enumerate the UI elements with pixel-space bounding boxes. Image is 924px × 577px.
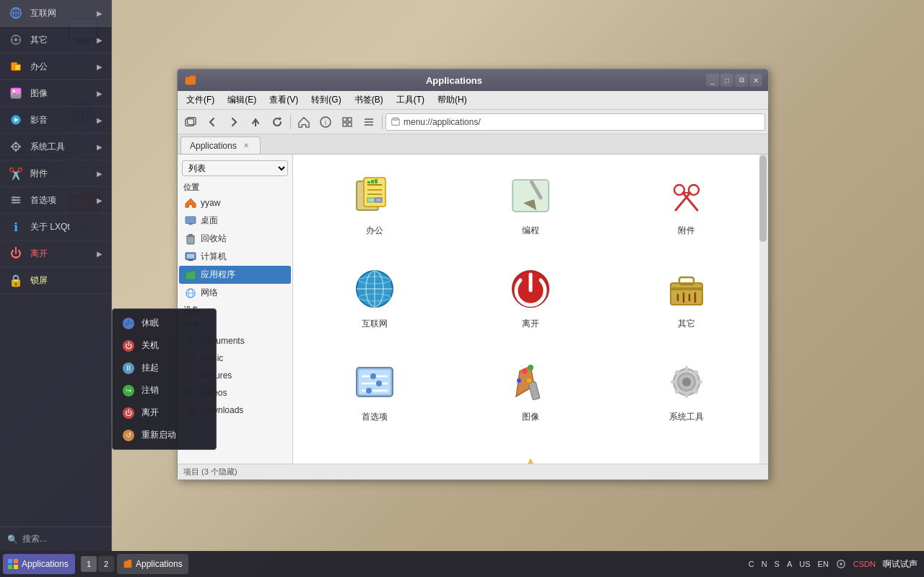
systemtools-panel-icon <box>9 139 23 154</box>
app-item-screenshot[interactable] <box>612 441 761 464</box>
sidebar-computer[interactable]: 计算机 <box>179 248 291 266</box>
minimize-button[interactable]: _ <box>706 74 719 87</box>
restore-button[interactable]: ⧉ <box>735 74 748 87</box>
panel-item-about[interactable]: ℹ 关于 LXQt <box>0 214 111 240</box>
power-restart[interactable]: ↺ 重新启动 <box>113 424 216 446</box>
app-item-office[interactable]: 办公 <box>300 162 449 248</box>
app-item-warning[interactable]: ! <box>456 441 605 464</box>
address-bar[interactable]: menu://applications/ <box>385 113 765 131</box>
sidebar-network[interactable]: 网络 <box>179 284 291 302</box>
svg-rect-61 <box>188 259 193 261</box>
panel-item-systemtools[interactable]: 系统工具 ▶ <box>0 134 111 160</box>
info-button[interactable]: i <box>315 113 336 131</box>
home-button[interactable] <box>294 113 314 131</box>
applications-tab[interactable]: Applications ✕ <box>180 136 261 154</box>
sidebar-yyaw[interactable]: yyaw <box>179 194 291 212</box>
svg-rect-152 <box>8 559 12 563</box>
apps-menu-button[interactable]: Applications <box>3 554 75 574</box>
panel-item-office[interactable]: 办公 ▶ <box>0 53 111 80</box>
svg-rect-29 <box>15 142 17 144</box>
power-suspend[interactable]: ⏸ 挂起 <box>113 357 216 379</box>
workspace-buttons: 1 2 <box>78 556 117 572</box>
svg-rect-58 <box>188 234 193 236</box>
workspace-1[interactable]: 1 <box>81 556 97 572</box>
tray-c[interactable]: C <box>746 558 757 570</box>
app-item-systemtools[interactable]: 系统工具 <box>612 348 761 434</box>
close-button[interactable]: ✕ <box>749 74 762 87</box>
app-item-graphics[interactable]: 图像 <box>456 348 605 434</box>
location-section-title: 位置 <box>178 179 292 194</box>
logout2-icon: ↪ <box>123 385 134 396</box>
app-item-accessories[interactable]: 附件 <box>612 162 761 248</box>
svg-point-124 <box>527 378 531 383</box>
menu-edit[interactable]: 编辑(E) <box>222 92 262 108</box>
restart-label: 重新启动 <box>141 429 176 441</box>
power-leave[interactable]: ⏻ 离开 <box>113 402 216 424</box>
svg-rect-48 <box>348 123 352 126</box>
menu-tools[interactable]: 工具(T) <box>391 92 430 108</box>
menu-bookmarks[interactable]: 书签(B) <box>349 92 389 108</box>
menu-file[interactable]: 文件(F) <box>180 92 220 108</box>
new-window-button[interactable] <box>180 113 201 131</box>
tray-n[interactable]: N <box>759 558 770 570</box>
office-panel-icon <box>9 59 23 74</box>
back-button[interactable] <box>202 113 222 131</box>
tray-csdn[interactable]: CSDN <box>851 558 878 570</box>
app-item-preferences[interactable]: 首选项 <box>300 348 449 434</box>
desktop-label: 桌面 <box>201 214 218 227</box>
tray-network[interactable] <box>834 558 848 571</box>
graphics-label: 图像 <box>522 411 539 423</box>
svg-rect-155 <box>14 565 18 569</box>
svg-marker-42 <box>279 117 282 121</box>
app-item-film[interactable] <box>300 441 449 464</box>
view-mode-select[interactable]: 列表 图标 紧凑 <box>182 160 288 176</box>
tray-a[interactable]: A <box>785 558 794 570</box>
grid-view-button[interactable] <box>337 113 357 131</box>
power-leave-icon: ⏻ <box>123 407 134 419</box>
tab-close-button[interactable]: ✕ <box>241 141 251 151</box>
sidebar-desktop[interactable]: 桌面 <box>179 212 291 230</box>
svg-point-157 <box>840 563 842 565</box>
panel-item-media[interactable]: 影音 ▶ <box>0 107 111 134</box>
app-item-programming[interactable]: 编程 <box>456 162 605 248</box>
panel-item-accessories[interactable]: ✂️ 附件 ▶ <box>0 160 111 187</box>
workspace-2[interactable]: 2 <box>98 556 114 572</box>
tray-lang[interactable]: US <box>797 558 812 570</box>
taskbar-left: Applications <box>0 554 78 574</box>
refresh-button[interactable] <box>267 113 287 131</box>
scrollbar-thumb[interactable] <box>759 155 767 242</box>
tray-s[interactable]: S <box>772 558 782 570</box>
tray-clock[interactable]: 啊试试声 <box>881 557 920 572</box>
forward-button[interactable] <box>224 113 244 131</box>
panel-item-leave[interactable]: ⏻ 离开 ▶ <box>0 240 111 267</box>
sidebar-recycle[interactable]: 回收站 <box>179 230 291 248</box>
maximize-button[interactable]: □ <box>720 74 733 87</box>
app-item-other[interactable]: 其它 <box>612 255 761 341</box>
menu-go[interactable]: 转到(G) <box>305 92 346 108</box>
panel-item-preferences[interactable]: 首选项 ▶ <box>0 187 111 214</box>
apps-sidebar-label: 应用程序 <box>201 269 235 281</box>
list-view-button[interactable] <box>359 113 379 131</box>
tray-en[interactable]: EN <box>816 558 831 570</box>
taskbar-window-applications[interactable]: Applications <box>117 554 188 574</box>
suspend-label: 挂起 <box>141 362 159 374</box>
menu-view[interactable]: 查看(V) <box>263 92 304 108</box>
app-item-internet[interactable]: 互联网 <box>300 255 449 341</box>
sidebar-apps[interactable]: 应用程序 <box>179 266 291 284</box>
panel-item-lock[interactable]: 🔒 锁屏 <box>0 267 111 294</box>
power-sleep[interactable]: 💤 休眠 <box>113 312 216 334</box>
app-item-logout[interactable]: 离开 <box>456 255 605 341</box>
menubar: 文件(F) 编辑(E) 查看(V) 转到(G) 书签(B) 工具(T) 帮助(H… <box>178 91 768 110</box>
svg-point-37 <box>17 199 19 201</box>
menu-help[interactable]: 帮助(H) <box>432 92 473 108</box>
panel-search[interactable]: 🔍 搜索... <box>0 526 111 551</box>
panel-item-graphics[interactable]: 图像 ▶ <box>0 80 111 107</box>
preferences-panel-icon <box>9 193 23 207</box>
graphics-panel-icon <box>9 86 23 100</box>
power-logout2[interactable]: ↪ 注销 <box>113 379 216 402</box>
power-shutdown[interactable]: ⏻ 关机 <box>113 334 216 357</box>
other-panel-icon <box>9 32 23 47</box>
panel-item-internet[interactable]: 互联网 ▶ <box>0 0 111 27</box>
up-button[interactable] <box>245 113 266 131</box>
panel-item-other[interactable]: 其它 ▶ <box>0 27 111 53</box>
